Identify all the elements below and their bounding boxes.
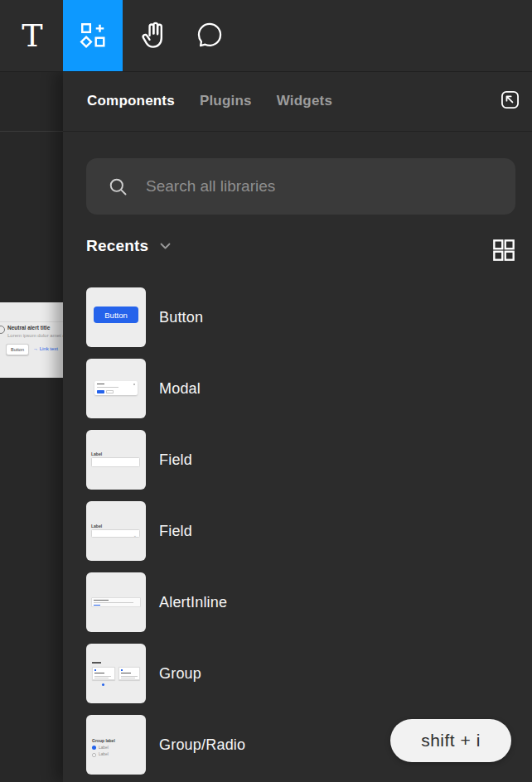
hand-icon bbox=[138, 19, 169, 53]
panel-header: Components Plugins Widgets bbox=[63, 71, 532, 132]
list-item-group[interactable]: Group bbox=[86, 644, 517, 703]
popout-panel-button[interactable] bbox=[498, 89, 521, 113]
component-name: Group bbox=[159, 665, 201, 683]
tab-components[interactable]: Components bbox=[87, 93, 175, 109]
grid-view-button[interactable] bbox=[492, 239, 515, 262]
list-item-alertinline[interactable]: AlertInline bbox=[86, 572, 517, 632]
component-tool-button[interactable] bbox=[63, 0, 123, 71]
component-thumbnail: Label bbox=[86, 430, 146, 490]
popout-icon bbox=[499, 89, 521, 113]
component-name: Group/Radio bbox=[159, 736, 245, 754]
hand-tool-button[interactable] bbox=[130, 0, 177, 71]
list-item-modal[interactable]: Modal bbox=[86, 359, 517, 418]
list-item-button[interactable]: Button Button bbox=[86, 287, 517, 347]
recents-title: Recents bbox=[86, 237, 148, 255]
text-tool-icon: T bbox=[22, 17, 42, 54]
component-name: AlertInline bbox=[159, 594, 227, 611]
component-name: Modal bbox=[159, 380, 201, 398]
toolbar: T bbox=[0, 0, 532, 72]
search-box[interactable] bbox=[86, 158, 515, 215]
thumb-radio-selected bbox=[92, 746, 96, 750]
recents-row: Recents bbox=[63, 237, 532, 263]
thumb-card-preview bbox=[118, 667, 140, 680]
component-name: Field bbox=[159, 451, 192, 469]
grid-view-icon bbox=[492, 239, 515, 262]
canvas-area[interactable]: Neutral alert title Lorem ipsum dolor am… bbox=[0, 71, 63, 782]
chevron-down-icon bbox=[160, 243, 171, 249]
thumb-button-preview: Button bbox=[94, 307, 138, 323]
alert-card-divider bbox=[0, 321, 63, 322]
alert-button[interactable]: Button bbox=[6, 344, 29, 355]
component-thumbnail bbox=[86, 572, 146, 632]
component-icon bbox=[79, 21, 107, 51]
thumb-alert-preview bbox=[91, 597, 141, 607]
alert-body-text: Lorem ipsum dolor amet conse bbox=[7, 333, 63, 338]
comment-icon bbox=[195, 20, 225, 52]
component-thumbnail: Group label Label Label bbox=[86, 715, 146, 775]
component-thumbnail: Label ⌄ bbox=[86, 501, 146, 561]
info-icon bbox=[0, 326, 5, 334]
text-tool-button[interactable]: T bbox=[8, 0, 56, 71]
alert-title: Neutral alert title bbox=[7, 325, 50, 331]
components-panel: Components Plugins Widgets bbox=[63, 71, 532, 782]
panel-tabs: Components Plugins Widgets bbox=[87, 93, 332, 109]
thumb-input-preview bbox=[91, 457, 140, 467]
search-input[interactable] bbox=[144, 176, 502, 196]
component-thumbnail: Button bbox=[86, 287, 146, 347]
alert-link[interactable]: → Link text bbox=[33, 346, 58, 351]
tab-widgets[interactable]: Widgets bbox=[277, 93, 332, 109]
list-item-field[interactable]: Label Field bbox=[86, 430, 517, 490]
component-thumbnail bbox=[86, 644, 146, 703]
thumb-radio-unselected bbox=[92, 753, 96, 757]
component-thumbnail bbox=[86, 359, 146, 418]
recents-dropdown[interactable]: Recents bbox=[86, 237, 171, 255]
figma-app: T bbox=[0, 0, 532, 782]
thumb-card-preview bbox=[92, 667, 115, 680]
tab-plugins[interactable]: Plugins bbox=[200, 93, 252, 109]
component-name: Button bbox=[159, 309, 203, 326]
thumb-modal-preview bbox=[94, 381, 138, 395]
comment-tool-button[interactable] bbox=[186, 0, 233, 71]
canvas-alert-card[interactable]: Neutral alert title Lorem ipsum dolor am… bbox=[0, 302, 63, 378]
thumb-select-preview: ⌄ bbox=[91, 529, 140, 538]
component-list: Button Button Modal Label Field bbox=[86, 287, 517, 782]
component-name: Field bbox=[159, 523, 192, 540]
search-icon bbox=[107, 176, 129, 198]
canvas-divider bbox=[0, 131, 63, 132]
list-item-field-2[interactable]: Label ⌄ Field bbox=[86, 501, 517, 561]
shortcut-hint-badge: shift + i bbox=[390, 719, 511, 762]
